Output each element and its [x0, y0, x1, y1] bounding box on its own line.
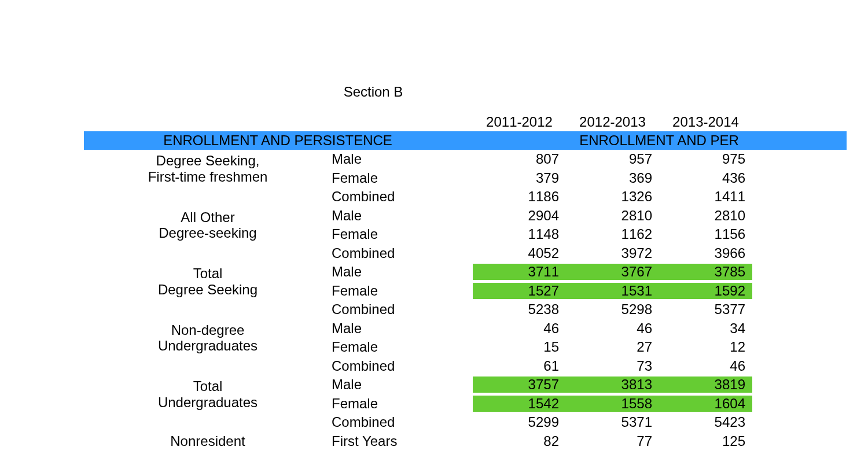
value-cell: 77 — [566, 433, 659, 449]
value-cell: 3767 — [566, 264, 659, 280]
value-cell: 1156 — [659, 226, 752, 242]
subcategory-cell: Male — [332, 377, 473, 393]
value-cell: 957 — [566, 151, 659, 167]
subcategory-cell: Male — [332, 151, 473, 167]
value-cell: 1148 — [473, 226, 566, 242]
group-label-cell: Degree Seeking,First-time freshmen — [84, 171, 332, 184]
value-cell: 3819 — [659, 377, 752, 393]
subcategory-cell: Combined — [332, 245, 473, 261]
subcategory-cell: Female — [332, 339, 473, 355]
value-cell: 3972 — [566, 245, 659, 261]
value-cell: 5298 — [566, 301, 659, 318]
year-col-1: 2012-2013 — [566, 114, 659, 130]
subcategory-cell: Female — [332, 226, 473, 242]
value-cell: 1162 — [566, 226, 659, 242]
value-cell: 3757 — [473, 377, 566, 393]
value-cell: 1592 — [659, 283, 752, 299]
year-headers: 2011-2012 2012-2013 2013-2014 — [0, 114, 868, 130]
value-cell: 1604 — [659, 396, 752, 412]
value-cell: 1326 — [566, 189, 659, 205]
value-cell: 5299 — [473, 414, 566, 430]
value-cell: 5377 — [659, 301, 752, 318]
data-table-body: Male807957975Degree Seeking,First-time f… — [84, 150, 847, 451]
value-cell: 125 — [659, 433, 752, 449]
subcategory-cell: Female — [332, 396, 473, 412]
value-cell: 46 — [473, 320, 566, 337]
value-cell: 82 — [473, 433, 566, 449]
subcategory-cell: Combined — [332, 301, 473, 318]
year-col-0: 2011-2012 — [473, 114, 566, 130]
value-cell: 27 — [566, 339, 659, 355]
subcategory-cell: Combined — [332, 358, 473, 374]
value-cell: 12 — [659, 339, 752, 355]
value-cell: 1527 — [473, 283, 566, 299]
subcategory-cell: Combined — [332, 414, 473, 430]
subcategory-cell: Combined — [332, 189, 473, 205]
subcategory-cell: Male — [332, 320, 473, 337]
table-row: All OtherDegree-seekingFemale11481162115… — [84, 225, 847, 244]
value-cell: 61 — [473, 358, 566, 374]
section-title: Section B — [93, 84, 654, 100]
value-cell: 5423 — [659, 414, 752, 430]
value-cell: 975 — [659, 151, 752, 167]
banner-left-label: ENROLLMENT AND PERSISTENCE — [84, 132, 472, 149]
value-cell: 1186 — [473, 189, 566, 205]
subcategory-cell: Female — [332, 283, 473, 299]
subcategory-cell: Male — [332, 208, 473, 224]
value-cell: 369 — [566, 170, 659, 186]
year-col-2: 2013-2014 — [659, 114, 752, 130]
group-label-cell: TotalUndergraduates — [84, 397, 332, 410]
value-cell: 46 — [566, 320, 659, 337]
table-row: NonresidentFirst Years8277125 — [84, 432, 847, 451]
group-label-cell: All OtherDegree-seeking — [84, 228, 332, 241]
value-cell: 379 — [473, 170, 566, 186]
table-row: Combined118613261411 — [84, 187, 847, 206]
value-cell: 1411 — [659, 189, 752, 205]
subcategory-cell: Male — [332, 264, 473, 280]
subcategory-cell: First Years — [332, 433, 473, 449]
table-row: Combined405239723966 — [84, 244, 847, 263]
value-cell: 15 — [473, 339, 566, 355]
banner-right-label: ENROLLMENT AND PER — [472, 132, 847, 149]
group-label-cell: TotalDegree Seeking — [84, 284, 332, 297]
value-cell: 1558 — [566, 396, 659, 412]
table-row: Non-degreeUndergraduatesFemale152712 — [84, 338, 847, 357]
subcategory-cell: Female — [332, 170, 473, 186]
value-cell: 436 — [659, 170, 752, 186]
value-cell: 4052 — [473, 245, 566, 261]
value-cell: 3813 — [566, 377, 659, 393]
value-cell: 5371 — [566, 414, 659, 430]
table-row: TotalUndergraduatesFemale154215581604 — [84, 394, 847, 414]
value-cell: 1542 — [473, 396, 566, 412]
value-cell: 3711 — [473, 264, 566, 280]
value-cell: 5238 — [473, 301, 566, 318]
value-cell: 2810 — [566, 208, 659, 224]
table-row: Combined617346 — [84, 357, 847, 376]
section-banner: ENROLLMENT AND PERSISTENCE ENROLLMENT AN… — [84, 131, 847, 150]
value-cell: 3785 — [659, 264, 752, 280]
table-row: Combined523852985377 — [84, 300, 847, 319]
table-row: Degree Seeking,First-time freshmenFemale… — [84, 169, 847, 188]
value-cell: 2904 — [473, 208, 566, 224]
value-cell: 3966 — [659, 245, 752, 261]
group-label-cell: Non-degreeUndergraduates — [84, 341, 332, 354]
value-cell: 2810 — [659, 208, 752, 224]
group-label-cell: Nonresident — [84, 433, 332, 449]
value-cell: 34 — [659, 320, 752, 337]
value-cell: 1531 — [566, 283, 659, 299]
value-cell: 73 — [566, 358, 659, 374]
value-cell: 807 — [473, 151, 566, 167]
table-row: Combined529953715423 — [84, 413, 847, 432]
table-row: TotalDegree SeekingFemale152715311592 — [84, 282, 847, 301]
value-cell: 46 — [659, 358, 752, 374]
